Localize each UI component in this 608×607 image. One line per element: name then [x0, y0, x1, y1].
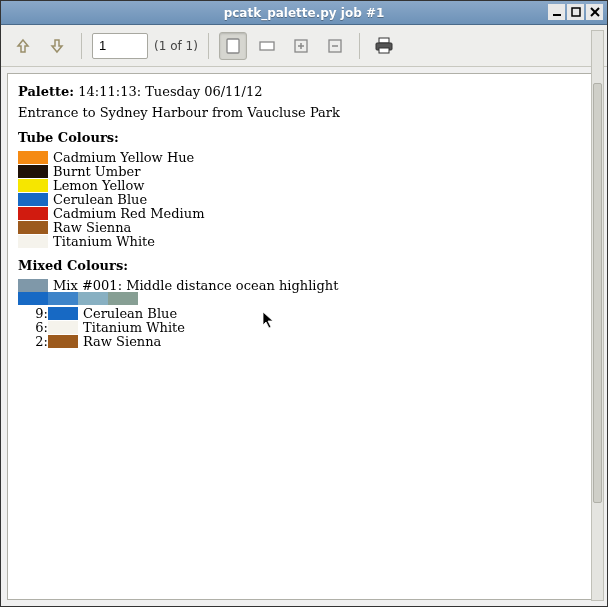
toolbar-divider: [359, 33, 360, 59]
svg-rect-1: [572, 8, 580, 16]
colour-swatch: [18, 235, 48, 248]
app-window: pcatk_palette.py job #1 (1 of 1): [0, 0, 608, 607]
arrow-down-icon: [48, 37, 66, 55]
fit-page-button[interactable]: [219, 32, 247, 60]
mix-parts-list: 9:Cerulean Blue6:Titanium White2:Raw Sie…: [30, 306, 590, 348]
colour-name: Raw Sienna: [83, 334, 161, 349]
svg-rect-4: [227, 39, 239, 53]
colour-name: Cerulean Blue: [53, 192, 147, 207]
palette-header-line: Palette: 14:11:13: Tuesday 06/11/12: [18, 84, 590, 99]
prev-page-button[interactable]: [9, 32, 37, 60]
mix-label: Mix #001: Middle distance ocean highligh…: [53, 278, 338, 293]
mix-row: Mix #001: Middle distance ocean highligh…: [18, 278, 590, 292]
arrow-up-icon: [14, 37, 32, 55]
tube-colour-row: Cadmium Red Medium: [18, 206, 590, 220]
toolbar: (1 of 1): [1, 25, 607, 67]
svg-rect-11: [379, 38, 389, 43]
mix-part-row: 6:Titanium White: [30, 320, 590, 334]
colour-name: Cadmium Red Medium: [53, 206, 204, 221]
colour-name: Lemon Yellow: [53, 178, 144, 193]
zoom-out-icon: [326, 37, 344, 55]
toolbar-divider: [81, 33, 82, 59]
palette-subtitle: Entrance to Sydney Harbour from Vaucluse…: [18, 105, 590, 120]
vertical-scrollbar[interactable]: [591, 30, 604, 601]
colour-name: Burnt Umber: [53, 164, 140, 179]
gradient-segment: [108, 292, 138, 305]
zoom-in-button[interactable]: [287, 32, 315, 60]
tube-colour-row: Burnt Umber: [18, 164, 590, 178]
tube-colour-row: Cadmium Yellow Hue: [18, 150, 590, 164]
tube-colours-heading: Tube Colours:: [18, 130, 590, 145]
toolbar-divider: [208, 33, 209, 59]
colour-name: Cerulean Blue: [83, 306, 177, 321]
fit-width-button[interactable]: [253, 32, 281, 60]
minimize-button[interactable]: [548, 4, 565, 20]
colour-name: Cadmium Yellow Hue: [53, 150, 194, 165]
gradient-segment: [78, 292, 108, 305]
mix-gradient: [18, 292, 590, 305]
window-controls: [548, 4, 603, 20]
colour-swatch: [48, 321, 78, 334]
page-number-input[interactable]: [92, 33, 148, 59]
mix-ratio: 6:: [30, 320, 48, 335]
zoom-out-button[interactable]: [321, 32, 349, 60]
mix-ratio: 2:: [30, 334, 48, 349]
svg-rect-13: [379, 48, 389, 53]
print-button[interactable]: [370, 32, 398, 60]
colour-swatch: [48, 307, 78, 320]
colour-swatch: [18, 179, 48, 192]
next-page-button[interactable]: [43, 32, 71, 60]
tube-colour-row: Raw Sienna: [18, 220, 590, 234]
mix-part-row: 2:Raw Sienna: [30, 334, 590, 348]
fit-page-icon: [224, 37, 242, 55]
mix-swatch: [18, 279, 48, 292]
mix-part-row: 9:Cerulean Blue: [30, 306, 590, 320]
tube-colour-row: Cerulean Blue: [18, 192, 590, 206]
colour-swatch: [18, 193, 48, 206]
gradient-segment: [48, 292, 78, 305]
zoom-in-icon: [292, 37, 310, 55]
window-title: pcatk_palette.py job #1: [224, 6, 385, 20]
document-page: Palette: 14:11:13: Tuesday 06/11/12 Entr…: [7, 73, 601, 600]
printer-icon: [374, 37, 394, 55]
colour-name: Titanium White: [83, 320, 185, 335]
colour-name: Raw Sienna: [53, 220, 131, 235]
colour-name: Titanium White: [53, 234, 155, 249]
palette-label: Palette:: [18, 84, 74, 99]
mixed-colours-heading: Mixed Colours:: [18, 258, 590, 273]
tube-colour-row: Lemon Yellow: [18, 178, 590, 192]
colour-swatch: [18, 207, 48, 220]
close-button[interactable]: [586, 4, 603, 20]
colour-swatch: [48, 335, 78, 348]
colour-swatch: [18, 221, 48, 234]
colour-swatch: [18, 151, 48, 164]
titlebar: pcatk_palette.py job #1: [1, 1, 607, 25]
page-count-label: (1 of 1): [154, 39, 198, 53]
palette-timestamp: 14:11:13: Tuesday 06/11/12: [78, 84, 262, 99]
tube-colour-row: Titanium White: [18, 234, 590, 248]
mix-ratio: 9:: [30, 306, 48, 321]
maximize-button[interactable]: [567, 4, 584, 20]
svg-rect-5: [260, 42, 274, 50]
fit-width-icon: [258, 37, 276, 55]
scrollbar-thumb[interactable]: [593, 83, 602, 503]
svg-rect-0: [553, 14, 561, 16]
colour-swatch: [18, 165, 48, 178]
tube-colours-list: Cadmium Yellow HueBurnt UmberLemon Yello…: [18, 150, 590, 248]
gradient-segment: [18, 292, 48, 305]
